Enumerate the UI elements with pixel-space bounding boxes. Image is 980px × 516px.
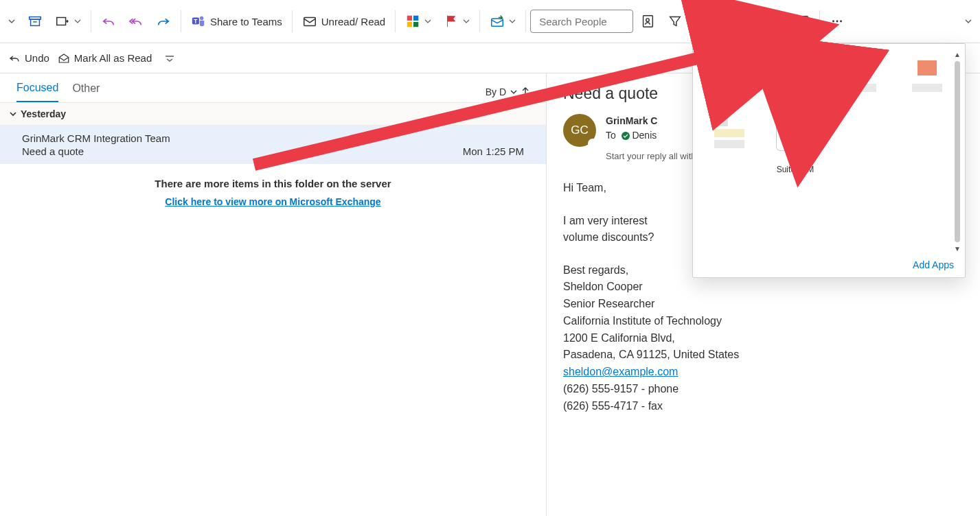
separator bbox=[292, 10, 293, 32]
svg-text:あ: あ bbox=[716, 17, 720, 23]
svg-rect-43 bbox=[714, 140, 744, 148]
group-header-yesterday[interactable]: Yesterday bbox=[0, 102, 546, 126]
translate-button[interactable]: あA bbox=[708, 10, 745, 33]
ribbon-expand-button[interactable] bbox=[3, 14, 21, 29]
message-time: Mon 1:25 PM bbox=[463, 145, 524, 157]
signature: Best regards, Sheldon Cooper Senior Rese… bbox=[563, 262, 964, 415]
search-people-field[interactable] bbox=[538, 15, 626, 28]
more-button[interactable] bbox=[824, 10, 850, 33]
grinmark-icon: GM bbox=[776, 113, 814, 151]
svg-rect-8 bbox=[413, 16, 418, 21]
scroll-thumb[interactable] bbox=[955, 61, 960, 242]
send-receive-button[interactable] bbox=[484, 10, 521, 33]
svg-rect-32 bbox=[795, 60, 809, 74]
scroll-up-icon[interactable]: ▲ bbox=[954, 51, 961, 58]
sig-email-link[interactable]: sheldon@example.com bbox=[563, 366, 678, 377]
separator bbox=[395, 10, 396, 32]
flag-icon bbox=[444, 14, 459, 29]
customize-quick-access[interactable] bbox=[164, 55, 175, 62]
ellipsis-icon bbox=[830, 14, 845, 29]
undo-button[interactable] bbox=[95, 10, 122, 33]
message-item[interactable]: GrinMark CRM Integration Team Need a quo… bbox=[0, 126, 546, 164]
to-label: To bbox=[606, 130, 616, 141]
envelope-open-icon bbox=[58, 52, 70, 64]
to-name: Denis bbox=[632, 130, 657, 141]
undo-label: Undo bbox=[25, 52, 49, 64]
filter-button[interactable] bbox=[662, 10, 699, 33]
sort-control[interactable]: By D bbox=[486, 86, 529, 97]
sig-org: California Institute of Technology bbox=[563, 313, 964, 330]
add-apps-link[interactable]: Add Apps bbox=[913, 259, 954, 270]
reply-suggestion: Start your reply all with bbox=[606, 150, 696, 163]
svg-rect-38 bbox=[918, 60, 937, 75]
group-label: Yesterday bbox=[21, 108, 66, 119]
reply-all-button[interactable] bbox=[123, 10, 149, 33]
separator bbox=[749, 10, 750, 32]
address-book-icon bbox=[640, 14, 655, 29]
move-icon bbox=[55, 14, 70, 29]
svg-rect-21 bbox=[768, 23, 773, 27]
chevron-down-icon bbox=[510, 89, 517, 95]
message-subject: Need a quote bbox=[22, 145, 84, 157]
scroll-down-icon[interactable]: ▼ bbox=[954, 245, 961, 253]
svg-rect-31 bbox=[780, 60, 794, 74]
sig-name: Sheldon Cooper bbox=[563, 279, 964, 296]
svg-rect-6 bbox=[304, 18, 316, 26]
svg-rect-39 bbox=[912, 84, 942, 92]
share-teams-label: Share to Teams bbox=[210, 16, 282, 27]
sender-name: GrinMark C bbox=[606, 114, 696, 128]
categories-icon bbox=[405, 14, 420, 29]
tab-focused[interactable]: Focused bbox=[16, 82, 58, 102]
recipient-row: To Denis bbox=[606, 128, 696, 143]
svg-text:A: A bbox=[722, 21, 725, 27]
collapse-ribbon-button[interactable] bbox=[959, 12, 977, 30]
sort-direction-icon[interactable] bbox=[521, 87, 529, 97]
app-item[interactable] bbox=[771, 56, 819, 95]
view-more-link[interactable]: Click here to view more on Microsoft Exc… bbox=[165, 196, 380, 207]
svg-text:T: T bbox=[194, 19, 197, 25]
svg-point-25 bbox=[840, 21, 842, 23]
undo-icon bbox=[101, 14, 116, 29]
app-item[interactable] bbox=[903, 56, 951, 95]
search-people-input[interactable] bbox=[530, 10, 633, 33]
app-item-suitecrm[interactable]: GM <>SuiteCRM bbox=[771, 113, 819, 175]
svg-rect-41 bbox=[714, 117, 728, 126]
mark-all-read-button[interactable]: Mark All as Read bbox=[58, 52, 152, 64]
svg-rect-27 bbox=[714, 60, 728, 74]
archive-button[interactable] bbox=[22, 10, 48, 33]
svg-rect-9 bbox=[407, 22, 412, 27]
sig-addr2: Pasadena, CA 91125, United States bbox=[563, 347, 964, 364]
svg-rect-33 bbox=[780, 84, 810, 92]
sender-avatar[interactable]: GC bbox=[563, 114, 596, 147]
categorize-button[interactable] bbox=[400, 10, 437, 33]
all-apps-button[interactable] bbox=[754, 10, 780, 33]
reply-all-icon bbox=[128, 14, 144, 29]
sig-addr1: 1200 E California Blvd, bbox=[563, 330, 964, 347]
flag-button[interactable] bbox=[438, 10, 475, 33]
app-item[interactable] bbox=[705, 56, 753, 95]
app-item[interactable] bbox=[705, 113, 753, 175]
undo-quick-button[interactable]: Undo bbox=[8, 52, 49, 64]
app-icon-blurred bbox=[776, 56, 814, 95]
sig-title: Senior Researcher bbox=[563, 296, 964, 313]
app-icon-blurred bbox=[710, 113, 749, 151]
sort-label: By D bbox=[486, 86, 506, 97]
address-book-button[interactable] bbox=[635, 10, 661, 33]
share-teams-button[interactable]: TShare to Teams bbox=[185, 10, 288, 33]
apps-scrollbar[interactable]: ▲ ▼ bbox=[953, 51, 962, 253]
tab-other[interactable]: Other bbox=[72, 82, 100, 102]
separator bbox=[525, 10, 526, 32]
insights-button[interactable] bbox=[789, 10, 815, 33]
ribbon: TShare to Teams Unread/ Read あA bbox=[0, 0, 980, 43]
svg-point-24 bbox=[836, 21, 839, 23]
inbox-tabs: Focused Other By D bbox=[0, 73, 546, 102]
insights-icon bbox=[795, 14, 810, 29]
undo-icon bbox=[8, 52, 21, 64]
forward-button[interactable] bbox=[150, 10, 176, 33]
app-item[interactable] bbox=[837, 56, 885, 95]
message-from: GrinMark CRM Integration Team bbox=[22, 132, 524, 144]
unread-read-button[interactable]: Unread/ Read bbox=[297, 10, 391, 33]
move-button[interactable] bbox=[49, 10, 87, 33]
app-label: <>SuiteCRM bbox=[777, 155, 814, 175]
mark-all-read-label: Mark All as Read bbox=[74, 52, 152, 64]
